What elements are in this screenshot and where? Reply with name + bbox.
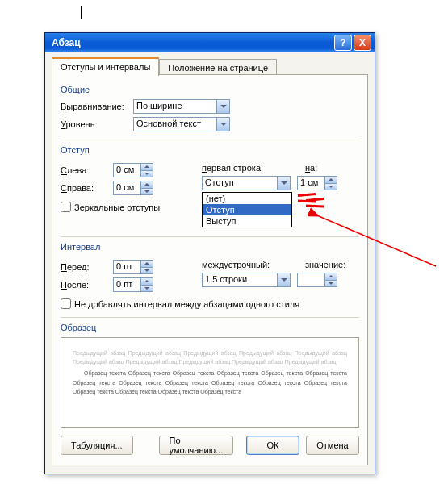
indent-right-label: Справа: [61,183,113,193]
group-preview: Образец [61,323,359,332]
firstline-label: первая строка: [202,163,299,173]
dialog-title: Абзац [52,37,333,48]
space-after-spinner[interactable]: 0 пт [113,277,153,292]
space-after-label: После: [61,280,113,290]
linespacing-at-label: значение: [305,260,345,269]
spin-up-icon[interactable] [141,278,153,285]
spin-up-icon[interactable] [141,182,153,188]
preview-box: Предыдущий абзац Предыдущий абзац Предыд… [61,337,359,428]
cancel-button[interactable]: Отмена [306,436,359,455]
firstline-combo[interactable]: Отступ [202,176,291,190]
text-cursor [81,6,82,19]
tab-strip: Отступы и интервалы Положение на страниц… [52,57,368,75]
tab-page-position[interactable]: Положение на странице [159,59,277,75]
linespacing-label: междустрочный: [202,260,299,269]
mirror-indents-checkbox[interactable] [61,202,71,212]
spin-down-icon[interactable] [325,183,337,190]
indent-left-label: Слева: [61,165,113,175]
linespacing-combo[interactable]: 1,5 строки [202,273,291,287]
option-hanging[interactable]: Выступ [203,215,291,227]
spin-down-icon[interactable] [141,188,153,195]
chevron-down-icon[interactable] [277,273,290,286]
mirror-indents-label: Зеркальные отступы [74,202,160,212]
spin-down-icon[interactable] [325,280,337,287]
titlebar[interactable]: Абзац ? X [45,33,375,52]
option-firstline[interactable]: Отступ [203,204,291,215]
spin-up-icon[interactable] [325,273,337,280]
chevron-down-icon[interactable] [216,100,229,113]
indent-right-spinner[interactable]: 0 см [113,181,153,195]
linespacing-at-spinner[interactable] [297,273,337,287]
no-space-same-style-label: Не добавлять интервал между абзацами одн… [74,299,299,309]
alignment-combo[interactable]: По ширине [133,99,230,114]
option-none[interactable]: (нет) [203,193,291,204]
group-general: Общие [61,85,359,94]
spin-down-icon[interactable] [141,267,153,274]
space-before-label: Перед: [61,262,113,272]
firstline-dropdown-list[interactable]: (нет) Отступ Выступ [202,192,292,227]
spin-down-icon[interactable] [141,285,153,292]
spin-up-icon[interactable] [141,164,153,170]
ok-button[interactable]: ОК [246,436,299,455]
help-button[interactable]: ? [334,35,352,51]
space-before-spinner[interactable]: 0 пт [113,260,153,274]
no-space-same-style-checkbox[interactable] [61,298,71,309]
group-indent: Отступ [61,145,359,155]
tab-indents-spacing[interactable]: Отступы и интервалы [52,57,159,76]
group-spacing: Интервал [61,242,359,252]
chevron-down-icon[interactable] [216,118,229,131]
tab-panel: Общие Выравнивание: По ширине Уровень: О… [52,74,368,465]
outline-level-label: Уровень: [61,119,133,129]
annotation-scribble [306,198,324,213]
firstline-by-spinner[interactable]: 1 см [297,176,337,190]
chevron-down-icon[interactable] [277,177,290,190]
firstline-by-label: на: [305,163,317,173]
outline-level-combo[interactable]: Основной текст [133,117,230,131]
set-default-button[interactable]: По умолчанию... [159,436,233,455]
close-button[interactable]: X [354,35,371,51]
spin-up-icon[interactable] [141,261,153,267]
spin-up-icon[interactable] [325,177,337,183]
paragraph-dialog: Абзац ? X Отступы и интервалы Положение … [44,32,375,474]
alignment-label: Выравнивание: [61,102,133,111]
indent-left-spinner[interactable]: 0 см [113,163,153,177]
tabs-button[interactable]: Табуляция... [61,436,133,455]
spin-down-icon[interactable] [141,170,153,177]
